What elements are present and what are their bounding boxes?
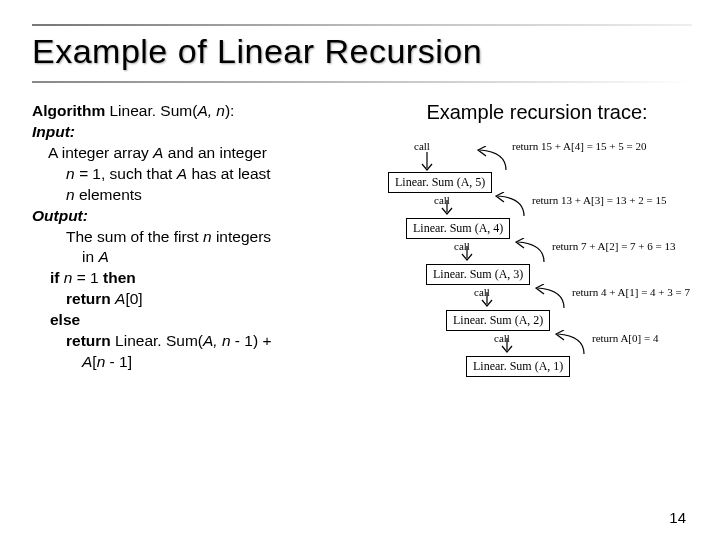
algo-input-kw: Input: [32, 122, 362, 143]
algo-input-3: n elements [66, 185, 362, 206]
return-label: return 13 + A[3] = 13 + 2 = 15 [532, 194, 667, 206]
algo-else: else [50, 310, 362, 331]
algo-output-1: The sum of the first n integers [66, 227, 362, 248]
call-box-3: Linear. Sum (A, 3) [426, 264, 530, 285]
algo-return-rec-1: return Linear. Sum(A, n - 1) + [66, 331, 362, 352]
slide: Example of Linear Recursion Algorithm Li… [0, 0, 720, 540]
arrow-down-icon [480, 292, 494, 310]
arrow-up-icon [530, 284, 570, 310]
algo-output-2: in A [82, 247, 362, 268]
arrow-down-icon [440, 200, 454, 218]
return-label: return 4 + A[1] = 4 + 3 = 7 [572, 286, 690, 298]
trace-block: Example recursion trace: call return 15 … [372, 101, 702, 430]
algorithm-block: Algorithm Linear. Sum(A, n): Input: A in… [32, 101, 362, 430]
call-box-4: Linear. Sum (A, 4) [406, 218, 510, 239]
arrow-up-icon [510, 238, 550, 264]
algo-return-rec-2: A[n - 1] [82, 352, 362, 373]
return-label: return 15 + A[4] = 15 + 5 = 20 [512, 140, 647, 152]
algo-return-base: return A[0] [66, 289, 362, 310]
slide-title: Example of Linear Recursion [32, 32, 692, 71]
call-box-2: Linear. Sum (A, 2) [446, 310, 550, 331]
arrow-down-icon [460, 246, 474, 264]
trace-diagram: call return 15 + A[4] = 15 + 5 = 20 Line… [372, 140, 702, 430]
algo-signature: Algorithm Linear. Sum(A, n): [32, 101, 362, 122]
trace-heading: Example recursion trace: [372, 101, 702, 124]
page-number: 14 [669, 509, 686, 526]
arrow-up-icon [490, 192, 530, 218]
call-box-1: Linear. Sum (A, 1) [466, 356, 570, 377]
algo-input-2: n = 1, such that A has at least [66, 164, 362, 185]
algo-if: if n = 1 then [50, 268, 362, 289]
call-label: call [414, 140, 430, 152]
call-box-5: Linear. Sum (A, 5) [388, 172, 492, 193]
arrow-down-icon [500, 338, 514, 356]
title-rule [32, 81, 692, 83]
arrow-up-icon [472, 146, 512, 172]
return-label: return 7 + A[2] = 7 + 6 = 13 [552, 240, 676, 252]
algo-output-kw: Output: [32, 206, 362, 227]
arrow-up-icon [550, 330, 590, 356]
return-label: return A[0] = 4 [592, 332, 658, 344]
algo-input-1: A integer array A and an integer [66, 143, 362, 164]
arrow-down-icon [420, 152, 434, 174]
top-rule [32, 24, 692, 26]
body: Algorithm Linear. Sum(A, n): Input: A in… [32, 101, 692, 430]
